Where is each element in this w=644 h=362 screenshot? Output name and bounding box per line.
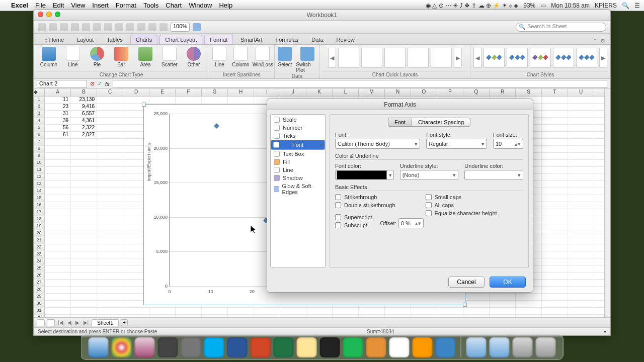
cell[interactable] xyxy=(516,308,542,314)
chart-type-other[interactable]: Other xyxy=(182,46,205,67)
dock-chrome[interactable] xyxy=(112,337,132,357)
font-size-input[interactable]: 10▴▾ xyxy=(493,139,523,149)
cell[interactable] xyxy=(97,146,123,152)
styles-next-icon[interactable]: ▶ xyxy=(599,48,607,68)
quick-layout-item[interactable] xyxy=(361,48,382,68)
cell[interactable] xyxy=(542,139,568,145)
tab-nav-last[interactable]: ▶| xyxy=(83,320,90,325)
cell[interactable] xyxy=(45,146,71,152)
cell[interactable] xyxy=(71,230,97,237)
chart-style-item[interactable] xyxy=(576,48,597,68)
cell[interactable] xyxy=(45,251,71,258)
tab-nav-first[interactable]: |◀ xyxy=(57,320,64,325)
filter-icon[interactable] xyxy=(148,23,156,31)
close-icon[interactable] xyxy=(38,12,43,17)
cell[interactable] xyxy=(71,273,97,279)
cell[interactable]: 56 xyxy=(45,125,71,131)
column-header[interactable]: B xyxy=(71,89,97,96)
tab-formulas[interactable]: Formulas xyxy=(270,35,304,44)
font-color-select[interactable] xyxy=(335,170,394,180)
cell[interactable] xyxy=(542,125,568,131)
cell[interactable] xyxy=(280,308,306,314)
data-point[interactable] xyxy=(214,123,219,128)
cell[interactable] xyxy=(542,132,568,138)
dock-sysprefs[interactable] xyxy=(181,337,201,357)
cell[interactable] xyxy=(568,265,594,272)
cell[interactable] xyxy=(359,308,385,314)
cut-icon[interactable] xyxy=(82,23,90,31)
cell[interactable] xyxy=(97,265,123,272)
column-header[interactable]: D xyxy=(123,89,149,96)
cell[interactable] xyxy=(45,195,71,202)
cell[interactable] xyxy=(542,188,568,195)
chk-strikethrough[interactable]: Strikethrough xyxy=(335,194,395,200)
cell[interactable] xyxy=(568,223,594,230)
row-header[interactable]: 14 xyxy=(34,188,45,195)
cancel-entry-icon[interactable]: ⊘ xyxy=(90,80,95,87)
cell[interactable] xyxy=(202,97,228,103)
redo-icon[interactable] xyxy=(71,23,79,31)
row-header[interactable]: 8 xyxy=(34,146,45,152)
dock-folder[interactable] xyxy=(466,337,487,357)
cell[interactable] xyxy=(490,294,516,300)
dock-app3[interactable] xyxy=(366,337,386,357)
cell[interactable] xyxy=(97,125,123,131)
row-header[interactable]: 13 xyxy=(34,181,45,188)
cell[interactable] xyxy=(568,174,594,180)
cell[interactable] xyxy=(306,308,333,314)
column-header[interactable]: T xyxy=(542,89,568,96)
notification-icon[interactable]: ☰ xyxy=(634,2,640,9)
ok-button[interactable]: OK xyxy=(490,277,526,288)
row-header[interactable]: 16 xyxy=(34,202,45,209)
cell[interactable] xyxy=(71,301,97,307)
gallery-next-icon[interactable]: ▶ xyxy=(454,48,462,68)
cell[interactable] xyxy=(149,315,176,317)
quick-layout-item[interactable] xyxy=(338,48,359,68)
cell[interactable] xyxy=(71,315,97,317)
cell[interactable] xyxy=(542,237,568,244)
cell[interactable] xyxy=(568,111,594,117)
cell[interactable] xyxy=(568,251,594,258)
cell[interactable] xyxy=(568,237,594,244)
quick-layout-item[interactable] xyxy=(408,48,429,68)
cell[interactable] xyxy=(97,230,123,237)
cell[interactable] xyxy=(71,188,97,195)
undo-icon[interactable] xyxy=(60,23,68,31)
fx-icon[interactable]: fx xyxy=(105,81,110,87)
chart-type-pie[interactable]: Pie xyxy=(86,46,109,67)
column-header[interactable]: S xyxy=(516,89,542,96)
select-all-corner[interactable]: ◆ xyxy=(34,89,45,96)
help-icon[interactable] xyxy=(193,23,201,31)
chk-allcaps[interactable]: All caps xyxy=(426,202,497,208)
cell[interactable] xyxy=(71,202,97,209)
cell[interactable]: 11 xyxy=(45,97,71,103)
cell[interactable] xyxy=(45,265,71,272)
cell[interactable] xyxy=(149,308,176,314)
cell[interactable] xyxy=(542,216,568,223)
cell[interactable] xyxy=(542,294,568,300)
cell[interactable] xyxy=(176,308,202,314)
dock-itunes[interactable] xyxy=(135,337,155,357)
row-header[interactable]: 22 xyxy=(34,244,45,251)
cell[interactable] xyxy=(45,230,71,237)
view-layout-icon[interactable] xyxy=(47,319,55,326)
cell[interactable] xyxy=(254,308,280,314)
column-header[interactable]: Q xyxy=(463,89,490,96)
cell[interactable] xyxy=(542,280,568,286)
column-header[interactable]: U xyxy=(568,89,594,96)
name-box[interactable]: Chart 2 xyxy=(37,80,87,88)
cell[interactable] xyxy=(228,315,254,317)
row-header[interactable]: 32 xyxy=(34,315,45,317)
cell[interactable] xyxy=(45,244,71,251)
cell[interactable] xyxy=(568,97,594,103)
cell[interactable] xyxy=(568,160,594,166)
cell[interactable] xyxy=(97,223,123,230)
cell[interactable] xyxy=(45,237,71,244)
username[interactable]: KPIERS xyxy=(595,2,617,9)
row-header[interactable]: 11 xyxy=(34,167,45,173)
cell[interactable] xyxy=(463,301,490,307)
cell[interactable] xyxy=(97,118,123,124)
cell[interactable] xyxy=(45,308,71,314)
cell[interactable] xyxy=(542,195,568,202)
cat-line[interactable]: Line xyxy=(271,166,325,174)
